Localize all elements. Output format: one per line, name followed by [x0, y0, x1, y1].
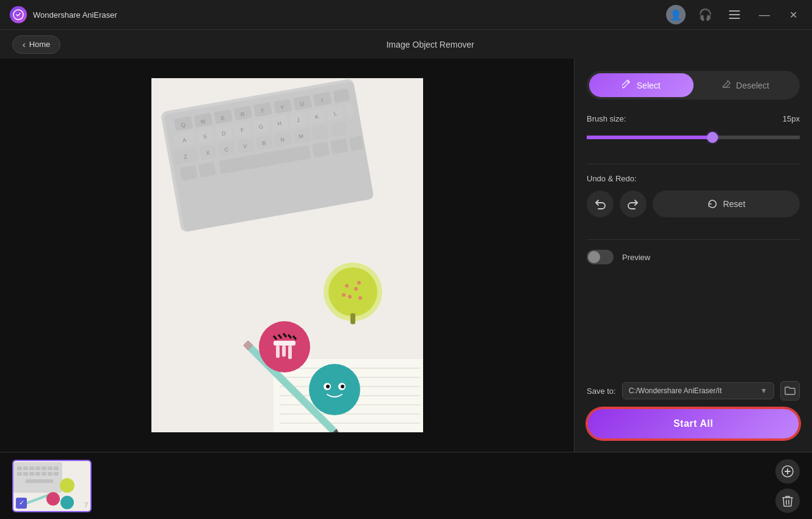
svg-point-119 [60, 478, 74, 493]
svg-point-98 [326, 385, 330, 388]
brush-icon [622, 79, 632, 91]
svg-rect-117 [26, 479, 53, 483]
preview-toggle[interactable] [587, 250, 614, 264]
brush-size-slider[interactable] [587, 136, 800, 139]
svg-point-95 [309, 364, 360, 415]
dropdown-icon: ▼ [760, 387, 767, 395]
svg-rect-1 [729, 10, 740, 12]
main-area: Q W E R T Y U I A S D F G H J [0, 59, 812, 452]
svg-point-82 [342, 293, 346, 297]
save-path-input[interactable]: C:/Wondershare AniEraser/It ▼ [622, 382, 774, 399]
add-button[interactable] [775, 459, 800, 484]
svg-rect-39 [330, 139, 348, 154]
svg-point-77 [328, 267, 377, 316]
svg-point-80 [348, 295, 352, 299]
page-title: Image Object Remover [60, 40, 800, 49]
redo-button[interactable] [620, 191, 647, 217]
svg-rect-106 [35, 466, 40, 470]
select-label: Select [637, 81, 661, 90]
brush-size-section: Brush size: 15px [587, 114, 800, 142]
svg-rect-104 [23, 466, 28, 470]
reset-label: Reset [723, 199, 745, 209]
svg-point-99 [341, 385, 344, 388]
svg-rect-33 [311, 125, 328, 140]
select-button[interactable]: Select [589, 73, 694, 97]
undo-redo-section: Undo & Redo: [587, 174, 800, 217]
svg-rect-110 [17, 472, 22, 476]
svg-rect-15 [333, 89, 350, 103]
svg-rect-2 [729, 14, 740, 15]
titlebar: Wondershare AniEraser 👤 🎧 — ✕ [0, 0, 812, 29]
svg-rect-87 [276, 346, 280, 358]
filmstrip-actions [775, 459, 800, 513]
divider-1 [587, 164, 800, 164]
svg-rect-36 [179, 165, 197, 181]
svg-rect-109 [54, 466, 59, 470]
svg-rect-115 [48, 472, 53, 476]
brush-size-label: Brush size: [587, 114, 626, 123]
reset-button[interactable]: Reset [653, 191, 800, 217]
svg-point-121 [60, 496, 74, 509]
home-button[interactable]: ‹ Home [12, 35, 60, 54]
canvas-area[interactable]: Q W E R T Y U I A S D F G H J [0, 59, 574, 452]
thumbnail-number: 7 [84, 501, 88, 509]
svg-rect-38 [311, 142, 329, 158]
save-label: Save to: [587, 387, 616, 396]
minimize-button[interactable]: — [754, 6, 775, 24]
svg-rect-107 [42, 466, 46, 470]
thumbnail-item[interactable]: ✓ 7 [12, 460, 92, 512]
svg-rect-103 [17, 466, 22, 470]
svg-rect-114 [42, 472, 46, 476]
thumbnail-check: ✓ [16, 498, 27, 509]
svg-rect-3 [729, 18, 740, 19]
svg-rect-116 [54, 472, 59, 476]
preview-section: Preview [587, 250, 800, 264]
undo-redo-row: Reset [587, 191, 800, 217]
eraser-icon [722, 79, 731, 91]
panel-spacer [587, 277, 800, 381]
start-all-button[interactable]: Start All [587, 408, 800, 440]
svg-rect-89 [288, 346, 292, 359]
menu-icon[interactable] [725, 5, 744, 24]
svg-rect-37 [198, 162, 216, 178]
svg-rect-40 [349, 136, 363, 151]
headset-icon[interactable]: 🎧 [695, 5, 715, 24]
deselect-button[interactable]: Deselect [694, 73, 798, 97]
app-logo [10, 6, 27, 23]
undo-redo-label: Undo & Redo: [587, 174, 637, 183]
svg-rect-86 [274, 341, 295, 346]
close-button[interactable]: ✕ [785, 7, 802, 23]
svg-rect-112 [29, 472, 34, 476]
filmstrip: ✓ 7 [0, 452, 812, 519]
svg-point-120 [46, 492, 60, 506]
image-container: Q W E R T Y U I A S D F G H J [151, 78, 423, 432]
folder-button[interactable] [780, 381, 800, 401]
app-title: Wondershare AniEraser [33, 10, 666, 20]
save-path-text: C:/Wondershare AniEraser/It [629, 387, 722, 395]
svg-rect-84 [350, 313, 355, 324]
home-label: Home [29, 40, 51, 49]
svg-rect-111 [23, 472, 28, 476]
start-all-label: Start All [673, 418, 713, 429]
svg-rect-34 [330, 121, 347, 137]
svg-rect-105 [29, 466, 34, 470]
brush-size-value: 15px [783, 114, 800, 123]
svg-rect-88 [282, 346, 286, 357]
select-deselect-toggle: Select Deselect [587, 71, 800, 100]
delete-button[interactable] [775, 488, 800, 513]
svg-rect-113 [35, 472, 40, 476]
undo-button[interactable] [587, 191, 614, 217]
svg-rect-108 [48, 466, 53, 470]
toggle-thumb [588, 251, 600, 263]
divider-2 [587, 239, 800, 240]
chevron-left-icon: ‹ [23, 40, 26, 49]
save-section: Save to: C:/Wondershare AniEraser/It ▼ [587, 381, 800, 401]
right-panel: Select Deselect Brush size: 15px [574, 59, 812, 452]
window-controls: 👤 🎧 — ✕ [666, 5, 802, 24]
profile-icon[interactable]: 👤 [666, 5, 686, 24]
svg-point-81 [357, 281, 361, 285]
header: ‹ Home Image Object Remover [0, 29, 812, 59]
svg-point-79 [354, 287, 358, 291]
preview-label: Preview [622, 253, 650, 262]
svg-point-83 [358, 296, 362, 300]
